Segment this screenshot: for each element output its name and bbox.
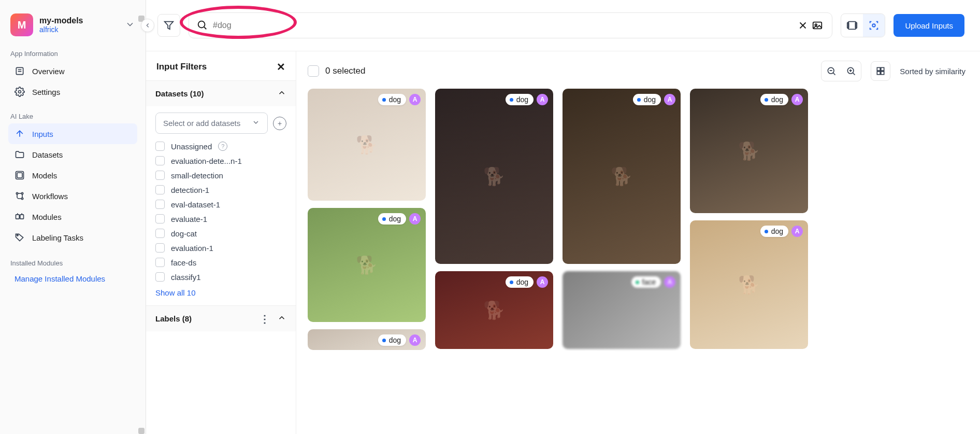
nav-datasets-label: Datasets [32,150,63,159]
sort-label[interactable]: Sorted by similarity [900,67,965,76]
dataset-label: classify1 [171,273,201,282]
image-search-button[interactable] [810,18,825,33]
dataset-checkbox[interactable] [155,171,165,180]
upload-inputs-button[interactable]: Upload Inputs [893,14,964,37]
svg-marker-13 [165,22,174,30]
datasets-select[interactable]: Select or add datasets [155,113,268,134]
dataset-checkbox[interactable] [155,272,165,282]
close-filters-button[interactable]: ✕ [277,61,285,73]
svg-point-3 [19,91,21,93]
nav-settings[interactable]: Settings [8,81,137,102]
nav-labeling[interactable]: Labeling Tasks [8,227,137,248]
annotator-badge: A [664,276,675,288]
nav-models-label: Models [32,171,57,180]
labels-header[interactable]: Labels (8) ⋮ [146,306,296,331]
result-tag[interactable]: dog [760,94,788,105]
nav-models[interactable]: Models [8,165,137,186]
result-tag[interactable]: face [631,276,661,288]
mode-gallery[interactable] [841,14,863,37]
dataset-row[interactable]: Unassigned ? [155,139,286,153]
filter-section-labels: Labels (8) ⋮ [146,305,296,331]
nav-modules[interactable]: Modules [8,206,137,227]
nav-inputs[interactable]: Inputs [8,123,137,144]
datasets-header[interactable]: Datasets (10) [146,81,296,106]
nav-workflows[interactable]: Workflows [8,186,137,206]
dataset-row[interactable]: eval-dataset-1 [155,197,286,212]
result-card[interactable]: 🐕 dogA [435,271,553,349]
filter-section-datasets: Datasets (10) Select or add datasets [146,80,296,305]
dataset-row[interactable]: face-ds [155,255,286,270]
layout-toggle-button[interactable] [871,61,890,81]
datasets-heading-label: Datasets (10) [155,89,204,98]
result-card[interactable]: 🐕 dogA [308,208,426,322]
datasets-select-placeholder: Select or add datasets [163,119,240,128]
result-card[interactable]: 🐕 dogA [690,220,808,349]
add-dataset-button[interactable]: + [273,117,286,130]
result-tag[interactable]: dog [378,213,406,225]
dataset-row[interactable]: evaluate-1 [155,212,286,226]
annotator-badge: A [537,276,548,288]
app-user[interactable]: alfrick [39,25,119,34]
manage-modules-link[interactable]: Manage Installed Modules [8,270,137,287]
result-card[interactable]: 🐕 dogA [563,89,681,264]
result-tag[interactable]: dog [378,334,406,346]
result-tag[interactable]: dog [506,94,534,105]
topbar: Upload Inputs [146,0,980,51]
dataset-row[interactable]: detection-1 [155,183,286,197]
dataset-checkbox[interactable] [155,142,165,151]
result-card[interactable]: 🐕 dogA [435,89,553,264]
sidebar-collapse-button[interactable] [141,19,154,32]
svg-rect-11 [20,215,24,219]
nav-overview-label: Overview [32,67,65,76]
dataset-label: Unassigned [171,142,212,151]
show-all-datasets-link[interactable]: Show all 10 [155,288,196,297]
nav-datasets[interactable]: Datasets [8,144,137,165]
result-tag[interactable]: dog [378,94,406,105]
section-label-ai-lake: AI Lake [10,113,135,120]
dataset-label: small-detection [171,171,223,180]
nav-settings-label: Settings [32,88,60,96]
sidebar-scroll-track[interactable] [137,16,146,434]
select-all-checkbox[interactable] [308,65,319,77]
dataset-row[interactable]: dog-cat [155,226,286,241]
dataset-checkbox[interactable] [155,243,165,253]
result-tag[interactable]: dog [506,276,534,288]
dataset-checkbox[interactable] [155,214,165,223]
dataset-checkbox[interactable] [155,185,165,194]
nav-overview[interactable]: Overview [8,61,137,81]
result-card[interactable]: 🐕 dogA [308,89,426,201]
result-card[interactable]: 🐕 dogA [690,89,808,213]
app-header[interactable]: M my-models alfrick [8,9,137,46]
annotator-badge: A [537,94,548,105]
dataset-row[interactable]: small-detection [155,168,286,183]
result-card[interactable]: faceA [563,271,681,349]
nav-modules-label: Modules [32,213,62,221]
clear-search-button[interactable] [796,18,810,33]
search-input[interactable] [208,21,796,30]
dataset-row[interactable]: evaluation-1 [155,241,286,255]
svg-rect-20 [848,22,856,30]
app-icon: M [10,13,33,36]
zoom-in-button[interactable] [841,61,861,81]
dataset-checkbox[interactable] [155,156,165,165]
svg-rect-33 [877,72,881,75]
dataset-row[interactable]: evaluation-dete...n-1 [155,153,286,168]
main-area: Upload Inputs Input Filters ✕ Datasets (… [146,0,980,434]
mode-object[interactable] [863,14,885,37]
result-card[interactable]: dogA [308,329,426,350]
help-icon[interactable]: ? [218,142,227,151]
zoom-out-button[interactable] [822,61,841,81]
dataset-checkbox[interactable] [155,200,165,209]
chevron-down-icon[interactable] [125,19,135,31]
result-tag[interactable]: dog [633,94,661,105]
view-mode-toggle[interactable] [841,13,885,37]
dataset-row[interactable]: classify1 [155,270,286,284]
search-bar[interactable] [189,12,832,38]
filter-toggle-button[interactable] [157,14,180,37]
dataset-checkbox[interactable] [155,258,165,267]
dataset-checkbox[interactable] [155,229,165,238]
labels-heading-label: Labels (8) [155,314,192,323]
svg-rect-5 [17,173,22,178]
result-tag[interactable]: dog [760,226,788,237]
app-title: my-models [39,16,119,25]
